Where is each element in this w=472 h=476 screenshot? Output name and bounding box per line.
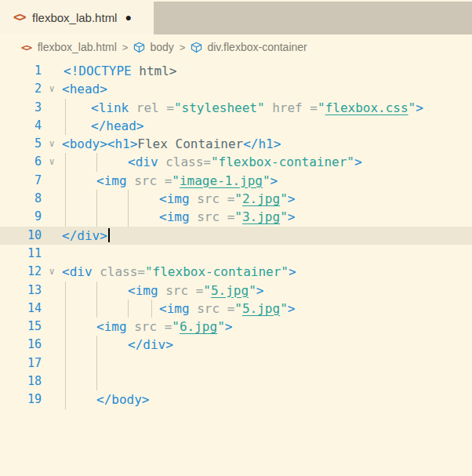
breadcrumb-item-file[interactable]: <> flexbox_lab.html: [21, 41, 117, 53]
code-row[interactable]: 12∨<div class="flexbox-container">: [0, 263, 472, 281]
code-row[interactable]: 4</head>: [0, 117, 472, 135]
modified-dot-icon[interactable]: ●: [125, 11, 131, 24]
token-str: ": [234, 191, 242, 206]
line-number[interactable]: 7: [0, 172, 42, 190]
fold-gutter-spacer: [42, 372, 62, 391]
code-line-content[interactable]: [62, 354, 472, 372]
code-row[interactable]: 11: [0, 245, 472, 263]
fold-gutter-spacer: [42, 99, 62, 117]
breadcrumb-item-body[interactable]: body: [133, 41, 173, 53]
token-tag: <img: [128, 283, 158, 298]
code-line-content[interactable]: <img src ="2.jpg">: [62, 190, 472, 208]
line-number[interactable]: 13: [0, 282, 42, 300]
code-row[interactable]: 16</div>: [0, 336, 472, 354]
indent-guide: [65, 354, 66, 372]
breadcrumb-div-label: div.flexbox-container: [207, 41, 307, 53]
code-row[interactable]: 18: [0, 372, 472, 391]
code-text: <link rel ="stylesheet" href ="flexbox.c…: [62, 99, 423, 117]
line-number[interactable]: 19: [0, 391, 42, 409]
line-number[interactable]: 3: [0, 99, 42, 117]
code-line-content[interactable]: <body><h1>Flex Container</h1>: [62, 135, 472, 153]
line-number[interactable]: 17: [0, 354, 42, 372]
code-row[interactable]: 3<link rel ="stylesheet" href ="flexbox.…: [0, 99, 472, 117]
line-number[interactable]: 10: [0, 227, 42, 245]
token-lnk: 5.jpg: [242, 301, 280, 316]
code-text: <img src ="5.jpg">: [62, 300, 295, 318]
fold-chevron-icon[interactable]: ∨: [42, 80, 62, 98]
code-line-content[interactable]: <img src ="5.jpg">: [62, 282, 472, 300]
line-number[interactable]: 5: [0, 135, 42, 153]
code-row[interactable]: 15<img src ="6.jpg">: [0, 318, 472, 336]
code-line-content[interactable]: <div class="flexbox-container">: [62, 263, 472, 281]
token-tag: >: [270, 173, 278, 188]
code-row[interactable]: 1<!DOCTYPE html>: [0, 62, 472, 80]
line-number[interactable]: 18: [0, 372, 42, 391]
token-tag: <div: [128, 154, 158, 169]
code-line-content[interactable]: <img src ="5.jpg">: [62, 300, 472, 318]
line-number[interactable]: 6: [0, 153, 42, 171]
code-line-content[interactable]: <div class="flexbox-container">: [62, 153, 472, 171]
line-number[interactable]: 11: [0, 245, 42, 263]
fold-gutter-spacer: [42, 245, 62, 263]
line-number[interactable]: 2: [0, 80, 42, 98]
line-number[interactable]: 14: [0, 300, 42, 318]
code-line-content[interactable]: </body>: [62, 391, 472, 409]
code-line-content[interactable]: [62, 372, 472, 391]
code-row[interactable]: 9<img src ="3.jpg">: [0, 208, 472, 226]
code-row[interactable]: 2∨<head>: [0, 80, 472, 98]
code-text: <!DOCTYPE html>: [62, 62, 177, 80]
code-line-content[interactable]: </head>: [62, 117, 472, 135]
token-lnk: 5.jpg: [211, 283, 249, 298]
line-number[interactable]: 9: [0, 208, 42, 226]
line-number[interactable]: 16: [0, 336, 42, 354]
token-attr: src =: [190, 191, 235, 206]
code-row[interactable]: 6∨<div class="flexbox-container">: [0, 153, 472, 171]
indent-guide: [65, 372, 66, 391]
fold-gutter-spacer: [42, 300, 62, 318]
code-line-content[interactable]: </div>: [62, 227, 472, 245]
token-tag: <!DOCTYPE: [64, 64, 132, 78]
code-line-content[interactable]: <link rel ="stylesheet" href ="flexbox.c…: [62, 99, 472, 117]
code-text: </div>: [62, 227, 110, 245]
token-str: ": [203, 283, 211, 298]
token-str: ": [280, 209, 288, 224]
line-number[interactable]: 8: [0, 190, 42, 208]
code-row[interactable]: 5∨<body><h1>Flex Container</h1>: [0, 135, 472, 153]
code-row[interactable]: 10</div>: [0, 227, 472, 245]
token-tag: </h1>: [243, 136, 281, 151]
line-number[interactable]: 12: [0, 263, 42, 281]
token-tag: <img: [96, 319, 127, 334]
token-attr: src =: [158, 283, 204, 298]
code-row[interactable]: 14<img src ="5.jpg">: [0, 300, 472, 318]
fold-chevron-icon[interactable]: ∨: [42, 135, 62, 153]
code-row[interactable]: 13<img src ="5.jpg">: [0, 282, 472, 300]
token-str: ": [172, 173, 180, 188]
fold-chevron-icon[interactable]: ∨: [42, 153, 62, 171]
token-txt: html>: [132, 64, 177, 78]
line-number[interactable]: 15: [0, 318, 42, 336]
code-text: <body><h1>Flex Container</h1>: [62, 135, 281, 153]
line-number[interactable]: 4: [0, 117, 42, 135]
editor-window: { "tab": { "title": "flexbox_lab.html", …: [0, 0, 472, 476]
code-row[interactable]: 19</body>: [0, 391, 472, 409]
code-row[interactable]: 17: [0, 354, 472, 372]
code-text: <img src ="6.jpg">: [62, 318, 232, 336]
token-tag: >: [354, 154, 362, 169]
code-line-content[interactable]: <img src ="3.jpg">: [62, 208, 472, 226]
token-str: ": [280, 191, 288, 206]
breadcrumb-item-div-flexbox-container[interactable]: div.flexbox-container: [191, 41, 307, 53]
fold-gutter-spacer: [42, 172, 62, 190]
token-str: ": [263, 173, 270, 188]
code-line-content[interactable]: <img src ="image-1.jpg">: [62, 172, 472, 190]
code-row[interactable]: 7<img src ="image-1.jpg">: [0, 172, 472, 190]
fold-gutter-spacer: [42, 227, 62, 245]
code-line-content[interactable]: <!DOCTYPE html>: [62, 62, 472, 80]
fold-chevron-icon[interactable]: ∨: [42, 263, 62, 281]
code-line-content[interactable]: <head>: [62, 80, 472, 98]
tab-flexbox-lab[interactable]: <> flexbox_lab.html ●: [0, 0, 154, 35]
code-row[interactable]: 8<img src ="2.jpg">: [0, 190, 472, 208]
code-line-content[interactable]: [62, 245, 472, 263]
code-line-content[interactable]: </div>: [62, 336, 472, 354]
line-number[interactable]: 1: [0, 62, 42, 80]
code-line-content[interactable]: <img src ="6.jpg">: [62, 318, 472, 336]
